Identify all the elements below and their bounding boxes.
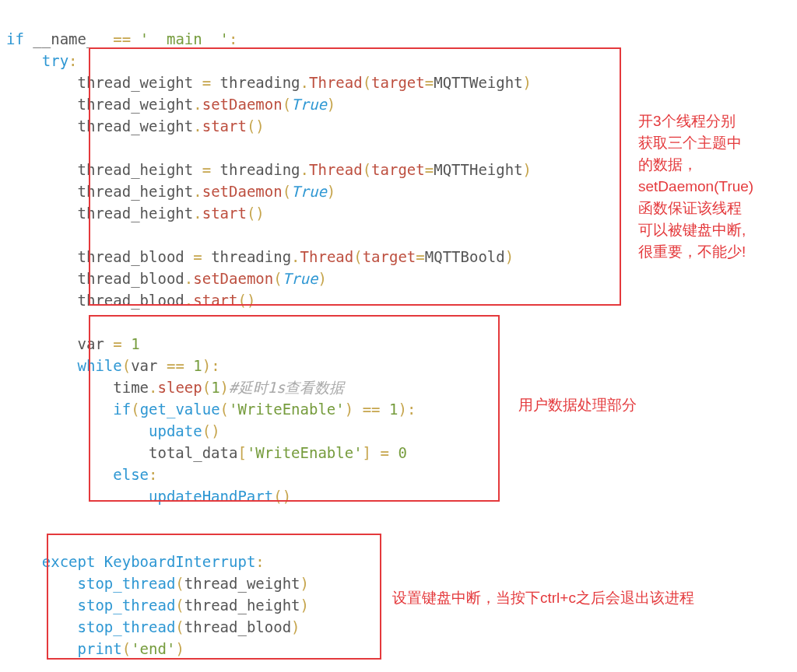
code-block: if __name__ == '__main__': try: thread_w… bbox=[6, 6, 791, 672]
kw-try: try bbox=[42, 52, 68, 69]
kw-if: if bbox=[6, 30, 24, 47]
kw-except: except bbox=[42, 553, 96, 570]
annotation-threads: 开3个线程分别 获取三个主题中 的数据， setDaemon(True) 函数保… bbox=[638, 110, 778, 263]
annotation-except: 设置键盘中断，当按下ctrl+c之后会退出该进程 bbox=[392, 587, 694, 609]
annotation-loop: 用户数据处理部分 bbox=[518, 394, 637, 416]
